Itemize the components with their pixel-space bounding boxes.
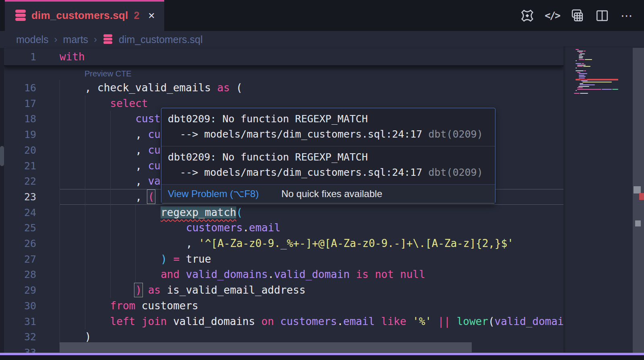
code-line[interactable]: 16, check_valid_emails as ( [4, 80, 564, 96]
code-token: email [249, 222, 281, 234]
line-number[interactable]: 21 [4, 158, 36, 174]
code-token [274, 315, 281, 327]
line-number[interactable]: 32 [4, 329, 36, 345]
editor-actions: </> ⋯ [520, 0, 634, 31]
indent-guide [60, 189, 60, 205]
tab-bar: dim_customers.sql 2 × </> ⋯ [0, 0, 644, 31]
sidebar-sash[interactable] [0, 48, 4, 353]
indent-guide [60, 173, 60, 189]
line-number[interactable]: 19 [4, 127, 36, 142]
line-number[interactable]: 29 [4, 282, 36, 298]
code-token: valid_domains [167, 315, 261, 327]
overview-ruler-selection-mark [634, 186, 641, 193]
database-file-icon [103, 34, 112, 45]
indent-guide [60, 251, 60, 267]
code-token: select [110, 97, 148, 109]
minimap-line [579, 58, 583, 58]
code-token: cu [148, 160, 161, 172]
indent-guide [110, 236, 111, 251]
no-quick-fixes-label: No quick fixes available [281, 188, 382, 200]
minimap-line [579, 59, 584, 60]
indent-guide [110, 205, 111, 220]
line-number[interactable]: 33 [4, 345, 36, 353]
minimap[interactable] [564, 46, 644, 353]
code-token: ) [161, 253, 167, 265]
indent-guide [110, 127, 111, 142]
code-token: . [268, 268, 274, 280]
line-number[interactable]: 26 [4, 236, 36, 251]
code-token: is_valid_email_address [161, 284, 305, 296]
tab-dim-customers[interactable]: dim_customers.sql 2 × [5, 0, 164, 31]
indent-guide [110, 282, 111, 298]
code-token: '%' [413, 315, 431, 327]
line-number[interactable]: 28 [4, 267, 36, 282]
problem-code: dbt(0209) [428, 128, 483, 140]
indent-guide [110, 251, 111, 267]
code-line[interactable]: 25customers.email [4, 220, 564, 236]
sticky-scroll-line[interactable]: 1 with [4, 49, 564, 66]
code-token [142, 284, 148, 296]
indent-guide [85, 173, 85, 189]
line-number[interactable]: 20 [4, 142, 36, 158]
indent-guide [60, 282, 60, 298]
code-token: , check_valid_emails [85, 82, 217, 94]
code-line[interactable]: 29) as is_valid_email_address [4, 282, 564, 298]
code-token: valid_domain [274, 268, 350, 280]
show-code-icon[interactable]: </> [545, 8, 559, 23]
minimap-line [580, 84, 595, 85]
code-line[interactable]: 24regexp_match( [4, 205, 564, 220]
indent-guide [85, 111, 85, 127]
horizontal-scrollbar[interactable] [60, 342, 472, 352]
vscode-editor-window: { "tab": { "title": "dim_customers.sql",… [0, 0, 644, 360]
code-line[interactable]: 28and valid_domains.valid_domain is not … [4, 267, 564, 282]
line-number[interactable]: 18 [4, 111, 36, 127]
dbt-icon[interactable] [520, 8, 535, 23]
code-token: va [148, 175, 161, 187]
code-line[interactable]: 27) = true [4, 251, 564, 267]
indent-guide [60, 80, 60, 96]
minimap-line [583, 66, 590, 67]
sash-drag-handle[interactable] [0, 146, 4, 166]
breadcrumb-models[interactable]: models [16, 34, 49, 45]
line-number[interactable]: 25 [4, 220, 36, 236]
split-editor-icon[interactable] [595, 8, 609, 23]
indent-guide [110, 142, 111, 158]
indent-guide [60, 314, 60, 329]
codelens-preview-cte[interactable]: Preview CTE [85, 69, 132, 78]
line-number[interactable]: 31 [4, 314, 36, 329]
minimap-line [584, 51, 586, 51]
line-number[interactable]: 24 [4, 205, 36, 220]
line-number[interactable]: 22 [4, 173, 36, 189]
line-number[interactable]: 30 [4, 298, 36, 314]
breadcrumb-file[interactable]: dim_customers.sql [119, 34, 202, 45]
breadcrumb-marts[interactable]: marts [63, 34, 89, 45]
tooltip-status-bar: View Problem (⌥F8) No quick fixes availa… [161, 185, 495, 203]
more-actions-icon[interactable]: ⋯ [620, 8, 634, 23]
problem-message-text: dbt0209: No function REGEXP_MATCH [168, 111, 489, 127]
breadcrumb: models › marts › dim_customers.sql [16, 31, 203, 48]
line-number[interactable]: 27 [4, 251, 36, 267]
code-line[interactable]: 31left join valid_domains on customers.e… [4, 314, 564, 329]
problem-message: dbt0209: No function REGEXP_MATCH --> mo… [161, 146, 495, 185]
indent-guide [85, 220, 85, 236]
indent-guide [60, 220, 60, 236]
code-line[interactable]: 26, '^[A-Za-z0-9._%+-]+@[A-Za-z0-9.-]+\.… [4, 236, 564, 251]
view-problem-link[interactable]: View Problem (⌥F8) [168, 188, 259, 200]
minimap-line [612, 89, 618, 90]
code-token: left join [110, 315, 167, 327]
indent-guide [135, 236, 136, 251]
indent-guide [60, 96, 60, 111]
code-token: ( [236, 206, 243, 218]
close-tab-icon[interactable]: × [148, 9, 155, 22]
code-token: customers [280, 315, 337, 327]
code-token: email [343, 315, 375, 327]
indent-guide [110, 158, 111, 174]
code-token: , [135, 144, 148, 156]
code-token [406, 315, 413, 327]
indent-guide [135, 267, 136, 282]
query-results-icon[interactable] [570, 8, 584, 23]
problem-message-text: dbt0209: No function REGEXP_MATCH [168, 150, 489, 165]
line-number[interactable]: 23 [4, 189, 36, 205]
code-line[interactable]: 30from customers [4, 298, 564, 314]
vertical-scrollbar[interactable] [633, 48, 644, 353]
